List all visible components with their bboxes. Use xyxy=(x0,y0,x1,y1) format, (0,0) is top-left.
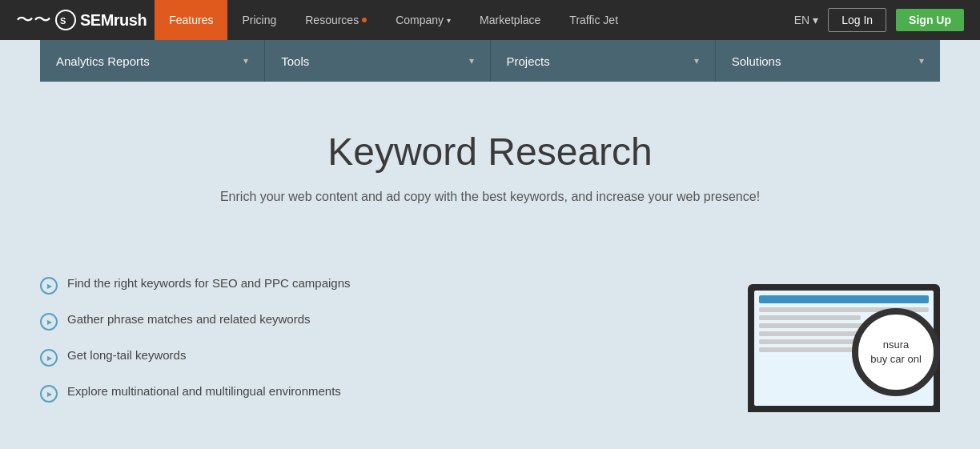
nav-item-features[interactable]: Features xyxy=(155,0,227,40)
nav-items: Features Pricing Resources Company ▾ Mar… xyxy=(155,0,794,40)
solutions-chevron-icon: ▾ xyxy=(919,55,924,66)
monitor-line xyxy=(759,315,861,320)
features-section: Find the right keywords for SEO and PPC … xyxy=(0,268,980,449)
feature-text: Gather phrase matches and related keywor… xyxy=(67,312,311,326)
signup-button[interactable]: Sign Up xyxy=(896,9,964,31)
list-item: Explore multinational and multilingual e… xyxy=(40,384,652,403)
nav-item-marketplace[interactable]: Marketplace xyxy=(465,0,555,40)
nav-item-company[interactable]: Company ▾ xyxy=(381,0,465,40)
bullet-icon xyxy=(40,385,58,403)
logo-icon: S xyxy=(54,9,77,31)
hero-subtitle: Enrich your web content and ad copy with… xyxy=(16,190,964,204)
sec-nav-projects[interactable]: Projects ▾ xyxy=(491,40,716,82)
logo-text: SEMrush xyxy=(80,11,147,30)
monitor-bar xyxy=(759,295,929,303)
list-item: Gather phrase matches and related keywor… xyxy=(40,312,652,331)
top-navigation: 〜〜 S SEMrush Features Pricing Resources … xyxy=(0,0,980,40)
nav-item-pricing[interactable]: Pricing xyxy=(227,0,291,40)
feature-text: Explore multinational and multilingual e… xyxy=(67,384,341,398)
nav-item-trafficjet[interactable]: Traffic Jet xyxy=(555,0,633,40)
bullet-icon xyxy=(40,277,58,295)
magnifier-text: nsura buy car onl xyxy=(867,335,925,370)
language-selector[interactable]: EN ▾ xyxy=(794,14,818,26)
list-item: Find the right keywords for SEO and PPC … xyxy=(40,276,652,295)
secondary-navigation: Analytics Reports ▾ Tools ▾ Projects ▾ S… xyxy=(40,40,940,82)
nav-item-resources[interactable]: Resources xyxy=(291,0,381,40)
illustration: nsura buy car onl xyxy=(684,268,940,412)
logo-wings-icon: 〜〜 xyxy=(16,8,51,32)
tools-chevron-icon: ▾ xyxy=(469,55,474,66)
magnifier-graphic: nsura buy car onl xyxy=(852,308,940,396)
feature-text: Find the right keywords for SEO and PPC … xyxy=(67,276,351,290)
analytics-chevron-icon: ▾ xyxy=(243,55,248,66)
company-arrow-icon: ▾ xyxy=(447,16,451,25)
feature-text: Get long-tail keywords xyxy=(67,348,186,362)
bullet-icon xyxy=(40,349,58,367)
features-list: Find the right keywords for SEO and PPC … xyxy=(40,268,652,420)
hero-title: Keyword Research xyxy=(16,130,964,174)
hero-section: Keyword Research Enrich your web content… xyxy=(0,82,980,268)
sec-nav-analytics[interactable]: Analytics Reports ▾ xyxy=(40,40,265,82)
monitor-line xyxy=(759,339,861,344)
svg-text:S: S xyxy=(60,16,66,26)
logo[interactable]: 〜〜 S SEMrush xyxy=(16,8,147,32)
bullet-icon xyxy=(40,313,58,331)
resources-dot xyxy=(362,18,367,22)
projects-chevron-icon: ▾ xyxy=(694,55,699,66)
list-item: Get long-tail keywords xyxy=(40,348,652,367)
nav-right: EN ▾ Log In Sign Up xyxy=(794,8,964,32)
sec-nav-tools[interactable]: Tools ▾ xyxy=(265,40,490,82)
sec-nav-solutions[interactable]: Solutions ▾ xyxy=(716,40,940,82)
login-button[interactable]: Log In xyxy=(828,8,886,32)
lang-arrow-icon: ▾ xyxy=(813,14,818,26)
